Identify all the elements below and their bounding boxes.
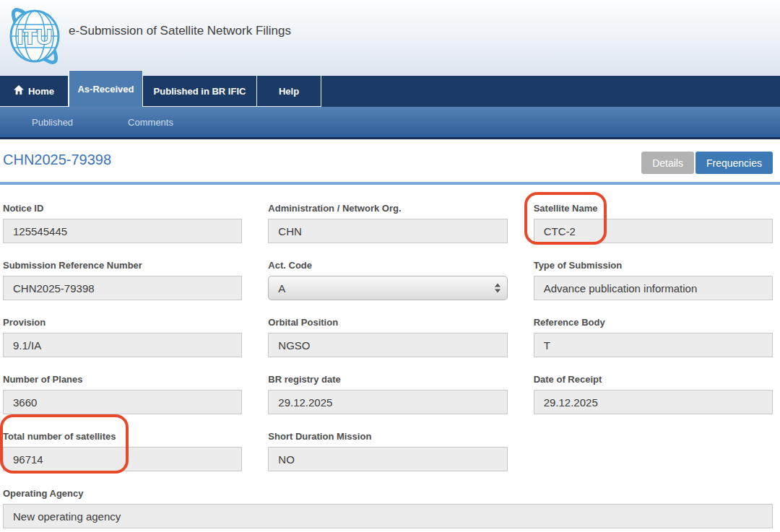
app-header: ITU e-Submission of Satellite Network Fi… [0, 0, 780, 76]
select-arrows-icon [495, 284, 500, 293]
page-title: CHN2025-79398 [3, 152, 111, 168]
short-duration-mission-input[interactable]: NO [268, 447, 507, 471]
home-icon [14, 85, 24, 97]
app-title: e-Submission of Satellite Network Filing… [69, 24, 291, 38]
field-act-code: Act. Code A [268, 260, 507, 300]
field-label: BR registry date [268, 374, 507, 385]
field-label: Number of Planes [3, 374, 242, 385]
operating-agency-input[interactable]: New operating agency [3, 504, 773, 528]
nav-tab-home[interactable]: Home [0, 76, 69, 107]
field-operating-agency: Operating Agency New operating agency [3, 488, 773, 528]
field-provision: Provision 9.1/IA [3, 317, 242, 357]
view-switch: Details Frequencies [641, 152, 773, 174]
nav-tab-label: Home [28, 86, 54, 97]
field-notice-id: Notice ID 125545445 [3, 203, 242, 243]
field-label: Orbital Position [268, 317, 507, 328]
field-number-of-planes: Number of Planes 3660 [3, 374, 242, 414]
nav-tab-published-in-br-ific[interactable]: Published in BR IFIC [143, 76, 257, 107]
reference-body-input[interactable]: T [534, 333, 773, 357]
field-total-number-of-satellites: Total number of satellites 96714 [3, 431, 242, 471]
number-of-planes-input[interactable]: 3660 [3, 390, 242, 414]
content-area: CHN2025-79398 Details Frequencies Notice… [0, 152, 780, 528]
nav-tab-help[interactable]: Help [257, 76, 321, 107]
field-label: Provision [3, 317, 242, 328]
field-reference-body: Reference Body T [534, 317, 773, 357]
itu-logo-text: ITU [17, 25, 52, 48]
field-label: Operating Agency [3, 488, 773, 499]
act-code-value: A [278, 282, 285, 295]
provision-input[interactable]: 9.1/IA [3, 333, 242, 357]
field-label: Administration / Network Org. [268, 203, 507, 214]
submission-reference-input[interactable]: CHN2025-79398 [3, 276, 242, 300]
field-label: Satellite Name [534, 203, 773, 214]
field-satellite-name: Satellite Name CTC-2 [534, 203, 773, 243]
page-root: { "header": { "app_title": "e-Submission… [0, 0, 780, 532]
main-navigation: Home As-Received Published in BR IFIC He… [0, 76, 780, 107]
subnav-link-comments[interactable]: Comments [128, 117, 173, 128]
field-br-registry-date: BR registry date 29.12.2025 [268, 374, 507, 414]
field-label: Reference Body [534, 317, 773, 328]
field-label: Submission Reference Number [3, 260, 242, 271]
title-row: CHN2025-79398 Details Frequencies [3, 152, 773, 175]
field-orbital-position: Orbital Position NGSO [268, 317, 507, 357]
field-label: Type of Submission [534, 260, 773, 271]
subnav-link-published[interactable]: Published [32, 117, 73, 128]
nav-tab-label: As-Received [77, 84, 134, 95]
br-registry-date-input[interactable]: 29.12.2025 [268, 390, 507, 414]
nav-tab-label: Help [279, 86, 299, 97]
field-label: Notice ID [3, 203, 242, 214]
itu-logo-icon: ITU [6, 4, 64, 66]
type-of-submission-input[interactable]: Advance publication information [534, 276, 773, 300]
field-label: Act. Code [268, 260, 507, 271]
notice-details-form: Notice ID 125545445 Administration / Net… [3, 203, 773, 528]
nav-tab-as-received[interactable]: As-Received [69, 70, 143, 107]
title-divider [0, 182, 780, 185]
sub-navigation: Published Comments [0, 107, 780, 139]
field-type-of-submission: Type of Submission Advance publication i… [534, 260, 773, 300]
act-code-select[interactable]: A [268, 276, 507, 300]
field-submission-reference-number: Submission Reference Number CHN2025-7939… [3, 260, 242, 300]
total-satellites-input[interactable]: 96714 [3, 447, 242, 471]
satellite-name-input[interactable]: CTC-2 [534, 219, 773, 243]
field-spacer [534, 431, 773, 471]
orbital-position-input[interactable]: NGSO [268, 333, 507, 357]
field-label: Short Duration Mission [268, 431, 507, 442]
frequencies-button[interactable]: Frequencies [696, 152, 773, 174]
field-short-duration-mission: Short Duration Mission NO [268, 431, 507, 471]
admin-network-org-input[interactable]: CHN [268, 219, 507, 243]
notice-id-input[interactable]: 125545445 [3, 219, 242, 243]
field-date-of-receipt: Date of Receipt 29.12.2025 [534, 374, 773, 414]
nav-tab-label: Published in BR IFIC [154, 86, 246, 97]
details-button[interactable]: Details [641, 152, 694, 174]
date-of-receipt-input[interactable]: 29.12.2025 [534, 390, 773, 414]
field-admin-network-org: Administration / Network Org. CHN [268, 203, 507, 243]
field-label: Total number of satellites [3, 431, 242, 442]
field-label: Date of Receipt [534, 374, 773, 385]
